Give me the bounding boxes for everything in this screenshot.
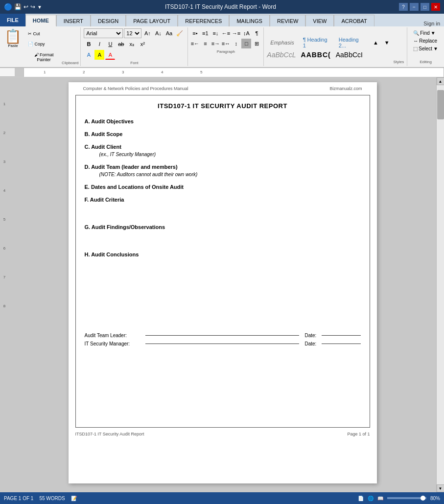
scroll-track[interactable] <box>437 85 444 484</box>
ribbon-group-editing: 🔍 Find ▼ ↔ Replace ⬚ Select ▼ Editing <box>407 27 444 66</box>
select-button[interactable]: ⬚ Select ▼ <box>411 45 440 52</box>
ribbon-group-clipboard: 📋 Paste ✂ Cut 📄 Copy 🖌 Format Painter Cl… <box>0 27 81 66</box>
section-f-id: F. <box>85 197 90 203</box>
style-heading2[interactable]: Heading 2... <box>335 35 369 50</box>
ribbon-group-styles: Emphasis ¶ Heading 1 Heading 2... ▲ ▼ Aa… <box>264 27 407 66</box>
section-h: H. Audit Conclusions <box>85 252 361 257</box>
paragraph-label: Paragraph <box>190 49 261 54</box>
view-print-icon[interactable]: 📄 <box>358 496 364 501</box>
styles-scroll-up[interactable]: ▲ <box>371 38 380 47</box>
italic-button[interactable]: I <box>94 39 104 49</box>
format-painter-button[interactable]: 🖌 Format Painter <box>26 51 62 63</box>
replace-button[interactable]: ↔ Replace <box>411 37 440 45</box>
section-c-id: C. <box>85 144 92 150</box>
find-dropdown[interactable]: ▼ <box>431 30 436 36</box>
tab-page-layout[interactable]: PAGE LAYOUT <box>126 15 178 26</box>
align-left-button[interactable]: ≡← <box>190 39 200 48</box>
font-grow-button[interactable]: A↑ <box>142 28 152 38</box>
strikethrough-button[interactable]: ab <box>116 39 126 49</box>
close-button[interactable]: ✕ <box>431 3 440 11</box>
text-effects-button[interactable]: A <box>84 50 93 60</box>
numbering-button[interactable]: ≡1 <box>200 28 210 38</box>
tab-insert[interactable]: INSERT <box>56 15 91 26</box>
section-f-spacer <box>85 205 361 224</box>
view-read-icon[interactable]: 📖 <box>377 496 383 501</box>
paste-label: Paste <box>8 44 18 48</box>
word-icon: 🔵 <box>4 3 12 11</box>
scrollbar-vertical[interactable]: ▲ ▼ <box>436 77 444 492</box>
section-e: E. Dates and Locations of Onsite Audit <box>85 184 361 190</box>
increase-indent-button[interactable]: →≡ <box>231 28 241 38</box>
restore-button[interactable]: □ <box>421 3 429 11</box>
change-case-button[interactable]: Aa <box>164 28 174 38</box>
borders-button[interactable]: ⊞ <box>252 39 261 48</box>
highlight-button[interactable]: A <box>94 50 104 60</box>
font-name-select[interactable]: Arial <box>84 28 123 38</box>
section-b-id: B. <box>85 131 92 137</box>
quick-access-undo[interactable]: ↩ <box>23 3 28 10</box>
view-web-icon[interactable]: 🌐 <box>368 496 374 501</box>
copy-button[interactable]: 📄 Copy <box>26 41 62 47</box>
signature-area: Audit Team Leader: Date: IT Security Man… <box>85 333 361 346</box>
section-g: G. Audit Findings/Observations <box>85 224 361 230</box>
styles-scroll-down[interactable]: ▼ <box>382 38 392 47</box>
sort-button[interactable]: ↕A <box>241 28 251 38</box>
quick-access-save[interactable]: 💾 <box>14 3 22 10</box>
font-size-select[interactable]: 12 <box>124 28 141 38</box>
clipboard-sub-buttons: ✂ Cut 📄 Copy 🖌 Format Painter <box>24 28 62 65</box>
tab-acrobat[interactable]: ACROBAT <box>334 15 374 26</box>
tab-home[interactable]: HOME <box>25 15 56 26</box>
help-button[interactable]: ? <box>399 3 408 11</box>
underline-button[interactable]: U <box>105 39 115 49</box>
sign-in-button[interactable]: Sign in <box>423 21 444 26</box>
page-footer: ITSD107-1 IT Security Audit Report Page … <box>69 430 377 438</box>
zoom-thumb[interactable] <box>421 496 425 501</box>
main-area: 1 2 3 4 5 6 7 8 Computer & Network Polic… <box>0 77 444 492</box>
tab-design[interactable]: DESIGN <box>91 15 126 26</box>
section-c-note: (ex., IT Security Manager) <box>99 152 361 157</box>
section-f-heading: F. Audit Criteria <box>85 197 361 203</box>
align-right-button[interactable]: ≡→ <box>210 39 220 48</box>
align-center-button[interactable]: ≡ <box>200 39 210 48</box>
tab-view[interactable]: VIEW <box>305 15 334 26</box>
subscript-button[interactable]: x₂ <box>127 39 137 49</box>
minimize-button[interactable]: − <box>410 3 419 11</box>
scroll-thumb[interactable] <box>437 90 444 119</box>
show-formatting-button[interactable]: ¶ <box>252 28 261 38</box>
select-dropdown[interactable]: ▼ <box>433 46 438 51</box>
track-changes-icon[interactable]: 📝 <box>71 496 77 501</box>
quick-access-redo[interactable]: ↪ <box>30 3 35 10</box>
document-title: ITSD107-1 IT SECURITY AUDIT REPORT <box>85 102 361 110</box>
shading-button[interactable]: □ <box>241 39 251 48</box>
bullets-button[interactable]: ≡• <box>190 28 200 38</box>
tab-references[interactable]: REFERENCES <box>178 15 229 26</box>
style-emphasis[interactable]: Emphasis <box>267 38 297 47</box>
page-footer-left: ITSD107-1 IT Security Audit Report <box>75 432 144 436</box>
font-color-button[interactable]: A <box>105 50 115 60</box>
section-d-id: D. <box>85 164 92 170</box>
justify-button[interactable]: ≡↔ <box>221 39 231 48</box>
font-shrink-button[interactable]: A↓ <box>153 28 163 38</box>
multilevel-list-button[interactable]: ≡↓ <box>210 28 220 38</box>
superscript-button[interactable]: x² <box>138 39 147 49</box>
line-spacing-button[interactable]: ↕ <box>231 39 241 48</box>
style-heading1[interactable]: ¶ Heading 1 <box>300 35 333 50</box>
decrease-indent-button[interactable]: ←≡ <box>221 28 231 38</box>
clear-format-button[interactable]: 🧹 <box>175 28 185 38</box>
tab-review[interactable]: REVIEW <box>270 15 305 26</box>
cut-button[interactable]: ✂ Cut <box>26 30 62 37</box>
tab-file[interactable]: FILE <box>0 14 25 26</box>
section-d-heading: D. Audit Team (leader and members) <box>85 164 361 170</box>
scroll-up-button[interactable]: ▲ <box>437 77 444 85</box>
scroll-down-button[interactable]: ▼ <box>437 484 444 492</box>
document-page[interactable]: Computer & Network Policies and Procedur… <box>69 82 377 483</box>
zoom-slider[interactable] <box>387 497 426 499</box>
bold-button[interactable]: B <box>84 39 93 49</box>
tab-mailings[interactable]: MAILINGS <box>229 15 270 26</box>
find-button[interactable]: 🔍 Find ▼ <box>411 29 440 37</box>
quick-access-more[interactable]: ▼ <box>37 4 42 10</box>
paste-button[interactable]: 📋 Paste <box>2 28 24 65</box>
sig-leader-underline <box>145 335 299 336</box>
section-g-heading: G. Audit Findings/Observations <box>85 224 361 230</box>
select-icon: ⬚ <box>413 46 418 51</box>
